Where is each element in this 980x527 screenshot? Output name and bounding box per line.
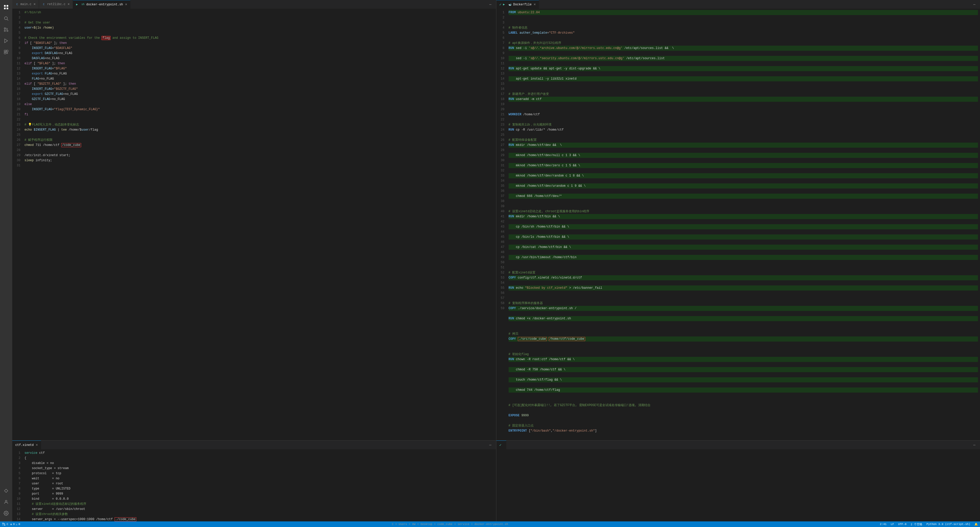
activity-bar-bottom [1, 486, 11, 521]
status-line-col[interactable]: 2:41 [880, 523, 886, 526]
tab-close-entrypoint[interactable]: × [125, 3, 127, 6]
activity-extensions[interactable] [1, 47, 11, 57]
status-left: C ⊗ 0 ⚠ 0 [2, 522, 20, 526]
svg-line-5 [7, 19, 8, 21]
tab-menu-left-top[interactable]: ⋯ [487, 0, 494, 9]
left-bottom-editor: ctf.xinetd × ⋯ 12345 678910 111213141 [12, 441, 496, 527]
tab-ret2libc[interactable]: C ret2libc.c × [39, 0, 73, 9]
status-spaces[interactable]: 2 个空格 [911, 522, 922, 526]
tab-ctf-xinetd[interactable]: ctf.xinetd × [12, 441, 41, 449]
left-bottom-line-numbers: 12345 678910 1112131415 1617181920 21 [12, 449, 22, 527]
status-bell[interactable]: 🔔 [974, 523, 978, 526]
tab-label-dockerfile: Dockerfile [513, 3, 531, 6]
bottom-editors: ctf.xinetd × ⋯ 12345 678910 111213141 [12, 440, 980, 527]
error-count: 0 [13, 523, 15, 526]
right-top-tab-bar: ✓ ▶ 🐋 Dockerfile × ⋯ [496, 0, 980, 9]
check-icon-right-bottom: ✓ [500, 443, 501, 447]
activity-accounts[interactable] [1, 497, 11, 507]
status-line-ending-label: LF [891, 523, 894, 526]
status-bar: C ⊗ 0 ⚠ 0 C > Users > HW > Desktop > cod… [0, 521, 980, 527]
svg-point-14 [6, 513, 7, 514]
tab-icon-dockerfile: 🐋 [508, 3, 512, 6]
left-bottom-code-editor[interactable]: 12345 678910 1112131415 1617181920 21 se… [12, 449, 496, 527]
tab-label-entrypoint: docker-entrypoint.sh [86, 3, 123, 6]
status-language[interactable]: Python 3.9 (ctf-script-sh) [926, 523, 970, 526]
activity-settings[interactable] [1, 508, 11, 518]
status-breadcrumb: C > Users > HW > Desktop > code_cube > s… [20, 521, 880, 527]
top-editors: C main.c × C ret2libc.c × ▶ sh docker-en… [12, 0, 980, 440]
status-branch[interactable]: C [2, 522, 8, 526]
left-bottom-code-lines: service ctf { disable = no socket_type =… [22, 449, 496, 527]
status-encoding[interactable]: UTF-8 [898, 523, 907, 526]
svg-rect-12 [4, 52, 6, 54]
tab-menu-right-top[interactable]: ⋯ [971, 0, 978, 9]
svg-rect-3 [6, 8, 8, 9]
bell-icon: 🔔 [974, 523, 978, 526]
tab-label-ret2libc: ret2libc.c [47, 3, 65, 6]
check-icon-dockerfile: ✓ [500, 2, 501, 6]
tab-bar-right-right-bottom: ⋯ [971, 441, 980, 449]
left-top-code-editor[interactable]: 12345 678910 1112131415 1617181920 21222… [12, 9, 496, 440]
tab-label-xinetd: ctf.xinetd [15, 443, 34, 447]
warning-icon: ⚠ [16, 523, 18, 526]
tab-dockerfile[interactable]: ✓ ▶ 🐋 Dockerfile × [496, 0, 539, 9]
right-bottom-code-editor[interactable] [496, 449, 980, 527]
svg-rect-2 [4, 8, 6, 9]
left-top-editor-inner: 12345 678910 1112131415 1617181920 21222… [12, 9, 496, 440]
svg-rect-0 [4, 5, 6, 6]
svg-point-15 [4, 525, 5, 526]
status-language-label: Python 3.9 (ctf-script-sh) [926, 523, 970, 526]
tab-close-xinetd[interactable]: × [36, 443, 38, 447]
svg-rect-11 [6, 50, 8, 52]
tab-label-main-c: main.c [21, 3, 32, 6]
svg-point-4 [4, 17, 7, 20]
tab-bar-right-left-top: ⋯ [487, 0, 496, 9]
tab-menu-left-bottom[interactable]: ⋯ [487, 441, 494, 449]
activity-git[interactable] [1, 24, 11, 35]
tab-bar-right-right-top: ⋯ [971, 0, 980, 9]
tab-icon-main-c: C [15, 3, 19, 6]
activity-search[interactable] [1, 13, 11, 24]
right-top-code-lines: FROM ubuntu:22.04 # 制作者信息 LABEL auther_t… [507, 9, 980, 440]
svg-rect-1 [6, 5, 8, 6]
error-icon: ⊗ [11, 523, 12, 526]
activity-explorer[interactable] [1, 2, 11, 12]
run-badge-entrypoint: ▶ [76, 3, 80, 6]
right-top-editor: ✓ ▶ 🐋 Dockerfile × ⋯ 12345 [496, 0, 980, 440]
svg-marker-9 [5, 39, 8, 43]
tab-docker-entrypoint[interactable]: ▶ sh docker-entrypoint.sh × [73, 0, 130, 9]
status-encoding-label: UTF-8 [898, 523, 907, 526]
run-badge-dockerfile: ▶ [503, 3, 507, 6]
status-line-col-label: 2:41 [880, 523, 886, 526]
warning-count: 0 [18, 523, 20, 526]
tab-right-bottom-check[interactable]: ✓ [496, 441, 506, 449]
tab-close-dockerfile[interactable]: × [534, 3, 536, 6]
activity-bar [0, 0, 12, 521]
tab-bar-right-left-bottom: ⋯ [487, 441, 496, 449]
left-top-editor: C main.c × C ret2libc.c × ▶ sh docker-en… [12, 0, 496, 440]
svg-point-13 [5, 500, 7, 502]
tab-icon-ret2libc: C [42, 3, 46, 6]
tab-close-ret2libc[interactable]: × [68, 3, 70, 6]
tab-menu-right-bottom[interactable]: ⋯ [971, 441, 978, 449]
right-top-code-content: 12345 678910 1112131415 1617181920 21222… [496, 9, 980, 440]
git-branch-icon [2, 522, 6, 526]
status-line-ending[interactable]: LF [891, 523, 894, 526]
left-top-code-content: 12345 678910 1112131415 1617181920 21222… [12, 9, 496, 440]
svg-point-16 [3, 523, 3, 524]
right-top-code-editor[interactable]: 12345 678910 1112131415 1617181920 21222… [496, 9, 980, 440]
left-top-code-lines: #!/bin/sh # Get the user user=$(ls /home… [22, 9, 496, 440]
activity-debug[interactable] [1, 36, 11, 46]
activity-remote[interactable] [1, 486, 11, 496]
right-top-line-numbers: 12345 678910 1112131415 1617181920 21222… [496, 9, 507, 440]
right-bottom-editor-inner [496, 449, 980, 527]
right-bottom-editor: ✓ ⋯ [496, 441, 980, 527]
main-container: C main.c × C ret2libc.c × ▶ sh docker-en… [12, 0, 980, 527]
tab-main-c[interactable]: C main.c × [12, 0, 39, 9]
svg-point-7 [4, 28, 6, 29]
status-errors[interactable]: ⊗ 0 ⚠ 0 [11, 523, 20, 526]
left-bottom-editor-inner: 12345 678910 1112131415 1617181920 21 se… [12, 449, 496, 527]
svg-point-6 [7, 30, 8, 32]
tab-close-main-c[interactable]: × [33, 3, 35, 6]
status-branch-label: C [6, 523, 8, 526]
